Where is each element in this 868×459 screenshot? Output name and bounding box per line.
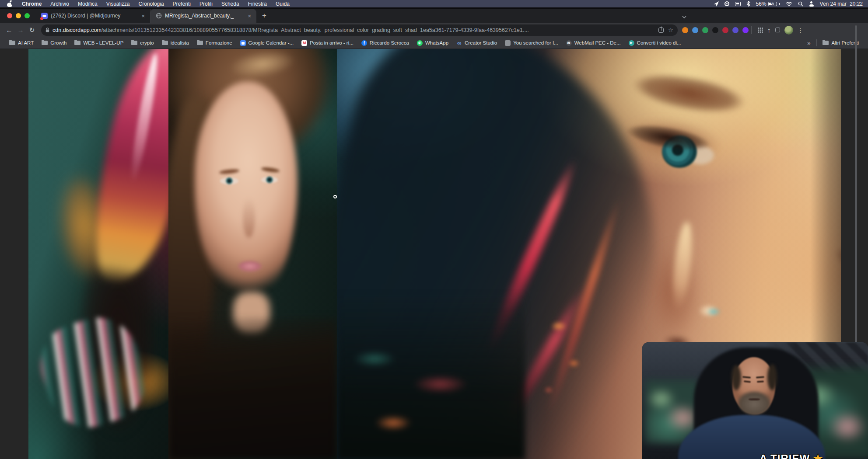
bookmark-item[interactable]: Google Calendar -...	[236, 40, 298, 46]
record-icon[interactable]	[724, 1, 729, 7]
back-icon[interactable]: ←	[4, 24, 15, 36]
folder-icon	[197, 41, 203, 45]
discord-favicon	[41, 13, 48, 19]
folder-icon	[9, 41, 15, 45]
bookmark-label: Posta in arrivo - ri...	[310, 40, 354, 45]
bookmarks-overflow-chevrons[interactable]: »	[803, 40, 815, 46]
browser-toolbar: ← → ↻ cdn.discordapp.com /attachments/10…	[0, 23, 868, 37]
presenter-beard	[738, 388, 771, 415]
apple-menu-icon[interactable]	[7, 1, 12, 7]
forward-icon[interactable]: →	[15, 24, 26, 36]
battery-icon: ϟ	[768, 2, 777, 6]
bluetooth-icon[interactable]	[746, 1, 750, 7]
bookmark-label: AI ART	[18, 40, 34, 45]
share-icon[interactable]	[658, 28, 664, 33]
bookmark-item[interactable]: ▶Converti i video di...	[625, 40, 685, 46]
battery-indicator[interactable]: 56% ϟ	[756, 1, 780, 7]
charging-bolt-icon: ϟ	[771, 1, 774, 7]
bookmark-label: You searched for I...	[513, 40, 558, 45]
date-label: Ven 24 mar	[820, 1, 847, 7]
lock-icon[interactable]	[46, 28, 49, 32]
bookmark-item[interactable]: Formazione	[193, 40, 236, 45]
time-label: 20:22	[850, 1, 863, 7]
spotlight-search-icon[interactable]	[798, 1, 803, 7]
apps-grid-icon[interactable]	[758, 28, 763, 33]
bookmark-label: crypto	[140, 40, 154, 45]
tab-discord[interactable]: (2762) Discord | @Midjourney ×	[36, 9, 150, 23]
bookmarks-bar: AI ART Growth WEB - LEVEL-UP crypto idea…	[0, 37, 868, 49]
bookmark-item[interactable]: ✆WhatsApp	[413, 40, 452, 46]
extensions-row	[682, 27, 749, 33]
location-icon[interactable]	[714, 1, 719, 7]
browser-menu-icon[interactable]: ⋮	[798, 27, 804, 34]
bookmarks-divider	[816, 39, 817, 46]
artwork-panel-abstract-ribbon	[28, 49, 168, 459]
tab-title: (2762) Discord | @Midjourney	[51, 13, 137, 19]
upload-arrow-icon[interactable]: ↑	[767, 24, 771, 36]
menu-cronologia[interactable]: Cronologia	[134, 1, 168, 7]
menubar-status-area: 56% ϟ Ven 24 mar 20:22	[714, 1, 864, 7]
extension-icon-red[interactable]	[722, 27, 728, 33]
extension-icon-indigo[interactable]	[732, 27, 738, 33]
bookmark-star-icon[interactable]: ☆	[668, 27, 673, 33]
bookmark-item[interactable]: Growth	[38, 40, 70, 45]
menu-modifica[interactable]: Modifica	[74, 1, 102, 7]
extension-icon-purple[interactable]	[742, 27, 749, 33]
presenter-hair	[732, 365, 741, 390]
menu-scheda[interactable]: Scheda	[217, 1, 244, 7]
generic-site-icon	[505, 40, 511, 46]
folder-icon	[131, 41, 137, 45]
bookmark-label: Riccardo Scrocca	[370, 40, 409, 45]
wifi-icon[interactable]	[786, 1, 792, 7]
screen: Chrome Archivio Modifica Visualizza Cron…	[0, 0, 868, 459]
bookmark-item[interactable]: AI ART	[5, 40, 38, 45]
tab-close-icon[interactable]: ×	[247, 13, 252, 19]
bookmark-item[interactable]: fRiccardo Scrocca	[357, 40, 413, 46]
zoom-window-button[interactable]	[24, 13, 30, 18]
menu-preferiti[interactable]: Preferiti	[168, 1, 195, 7]
extension-icon-orange[interactable]	[682, 27, 688, 33]
caption-star-icon: ★	[813, 452, 823, 459]
tab-image-active[interactable]: MRregista_Abstract_beauty._ ×	[150, 9, 256, 23]
profile-avatar[interactable]	[784, 26, 793, 35]
folder-icon	[162, 41, 168, 45]
tab-search-chevron-icon[interactable]	[679, 12, 689, 22]
extension-icon-black[interactable]	[712, 27, 718, 33]
folder-icon	[822, 41, 829, 45]
display-icon[interactable]	[735, 1, 741, 7]
webmail-envelope-icon: ✉	[566, 40, 572, 46]
bookmark-item[interactable]: crypto	[127, 40, 158, 45]
extension-icon-blue[interactable]	[692, 27, 698, 33]
url-path: /attachments/1013512335442333816/1088905…	[102, 27, 654, 33]
meta-infinity-icon: ∞	[456, 40, 462, 46]
frame-icon[interactable]	[775, 28, 780, 32]
user-switch-icon[interactable]	[809, 1, 814, 7]
presenter-hair	[767, 364, 777, 390]
bookmark-item[interactable]: idealista	[158, 40, 193, 45]
minimize-window-button[interactable]	[16, 13, 21, 18]
bookmark-label: Growth	[50, 40, 66, 45]
reload-icon[interactable]: ↻	[26, 24, 38, 36]
close-window-button[interactable]	[7, 13, 12, 18]
bookmark-item[interactable]: You searched for I...	[501, 40, 562, 46]
tab-close-icon[interactable]: ×	[140, 13, 146, 19]
extension-icon-green[interactable]	[702, 27, 708, 33]
bookmark-label: Formazione	[206, 40, 232, 45]
new-tab-button[interactable]: +	[258, 10, 270, 22]
folder-icon	[42, 41, 48, 45]
folder-icon	[74, 41, 80, 45]
bookmark-item[interactable]: ✉WebMail PEC - De...	[562, 40, 625, 46]
bookmark-item[interactable]: WEB - LEVEL-UP	[70, 40, 127, 45]
address-bar[interactable]: cdn.discordapp.com /attachments/10135123…	[41, 24, 678, 36]
menu-chrome[interactable]: Chrome	[18, 1, 46, 7]
menu-guida[interactable]: Guida	[271, 1, 294, 7]
tab-title: MRregista_Abstract_beauty._	[165, 13, 244, 19]
menu-archivio[interactable]: Archivio	[46, 1, 74, 7]
menubar-clock[interactable]: Ven 24 mar 20:22	[820, 1, 863, 7]
menu-visualizza[interactable]: Visualizza	[102, 1, 134, 7]
bookmark-item[interactable]: ∞Creator Studio	[452, 40, 501, 46]
menu-finestra[interactable]: Finestra	[244, 1, 271, 7]
google-calendar-icon	[240, 40, 246, 46]
menu-profili[interactable]: Profili	[195, 1, 217, 7]
bookmark-item[interactable]: MPosta in arrivo - ri...	[298, 40, 357, 46]
